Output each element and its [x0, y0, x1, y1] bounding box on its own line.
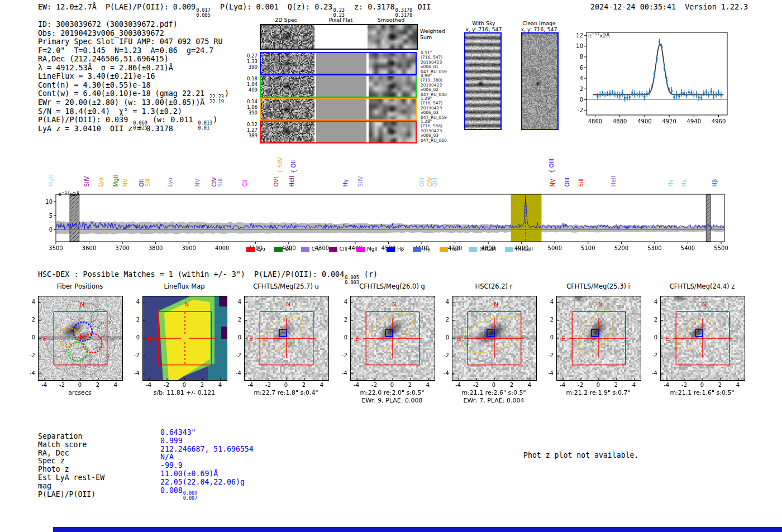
match-value-text: -99.9	[160, 461, 183, 469]
cutout-title: CFHTLS/Meg(25.3) i	[545, 282, 651, 290]
stack-bottom: 0.01	[198, 126, 213, 131]
y-tick-label: 4	[23, 299, 35, 305]
cutout-title: Lineflux Map	[131, 282, 237, 290]
match-row-label: mag	[38, 482, 51, 490]
legend-item: MgII	[356, 246, 378, 252]
stacked-value: 0.0130.01	[198, 121, 213, 131]
cutout-title: HSC(26.2) r	[441, 282, 547, 290]
y-tick-label: -4	[437, 370, 449, 376]
legend-label: Lyα	[257, 246, 265, 252]
x-tick-label: 0	[279, 382, 293, 388]
legend-label: Hγ	[423, 246, 430, 252]
x-tick-label: 4	[421, 382, 435, 388]
match-row-label: RA, Dec	[38, 449, 69, 457]
text-segment: )	[225, 89, 229, 98]
x-tick-label: 4	[109, 382, 122, 388]
match-row-value: 0.0080.0090.007	[160, 486, 198, 501]
full-spectrum-plot	[39, 189, 735, 253]
match-row-value: 0.64343"	[160, 428, 196, 437]
y-tick-label: 2	[229, 317, 241, 323]
y-tick-label: -2	[541, 352, 554, 358]
y-tick-label: -4	[335, 370, 347, 376]
cutout-xlabel2: EWr: 9, PLAE: 0.008	[336, 397, 448, 404]
text-segment: Primary Spec_Slot_IFU_AMP: 047_092_075_R…	[38, 37, 223, 46]
row-right-labels: 1.28"(716, 556)20190423v006_03047_RU_060	[421, 119, 447, 143]
x-tick-label: 4	[627, 382, 641, 388]
text-segment: OII	[413, 3, 431, 11]
y-tick-label: -4	[23, 370, 35, 376]
text-segment: ID: 3003039672 (3003039672.pdf)	[38, 20, 178, 28]
info-line: EWr = 20.00(±2.80) (w: 13.00(±0.85))Å	[38, 98, 204, 107]
legend-item: CIII	[329, 246, 347, 252]
row-right-labels: 0.51"(716, 547)20190423v006_01047_RU_059	[421, 51, 447, 74]
y-tick-label: -2	[23, 352, 35, 358]
separator-bar	[53, 527, 782, 532]
legend-label: Hβ	[397, 246, 404, 252]
x-tick-label: -2	[261, 382, 275, 388]
flux-units-exponent: −17	[592, 32, 600, 36]
legend-swatch	[505, 247, 513, 252]
text-segment: LyA z = 3.0410 OII z = 0.3178	[38, 124, 173, 133]
legend-swatch	[329, 247, 337, 252]
cutout-image	[452, 296, 537, 381]
y-tick-label: -2	[229, 352, 241, 358]
legend-label: HeII	[450, 246, 460, 252]
stacked-value: 22.2322.19	[209, 94, 224, 104]
info-line: LyA z = 3.0410 OII z = 0.3178	[38, 124, 173, 133]
spec2d-col-header-0: 2D Spec	[258, 17, 314, 23]
y-tick-label: 0	[127, 334, 140, 341]
y-tick-label: -2	[127, 352, 140, 358]
cutout-xlabel: arcsecs	[24, 389, 136, 396]
legend-label: (H)CaII	[516, 246, 533, 252]
cutout-title: CFHTLS/Meg(24.4) z	[649, 282, 755, 290]
info-line: Primary Spec_Slot_IFU_AMP: 047_092_075_R…	[38, 37, 223, 46]
flux-units-exponent: −17	[61, 190, 70, 195]
line-fit-plot	[573, 26, 729, 127]
y-tick-label: 0	[645, 334, 657, 341]
text-segment: (w: 0.011	[148, 116, 198, 124]
row-left-labels: 0.141.06390	[240, 99, 258, 116]
spec2d-exposure-strip	[260, 121, 417, 143]
cutout-image	[556, 296, 641, 381]
spec2d-exposure-strip	[260, 75, 417, 98]
flux-units-suffix: x2Å	[70, 191, 80, 197]
y-tick-label: 4	[335, 299, 347, 305]
match-row-value: 0.999	[160, 437, 183, 445]
x-tick-label: -2	[469, 382, 483, 388]
legend-swatch	[246, 247, 255, 252]
spec2d-col-header-2: Smoothed	[364, 17, 418, 23]
cutout-xlabel2: EWr: 7, PLAE: 0.004	[438, 397, 550, 404]
cutout-xlabel: m:22.0 re:2.0" s:0.5"	[336, 389, 448, 396]
x-tick-label: 4	[213, 382, 227, 388]
y-tick-label: -4	[229, 370, 241, 376]
legend-label: (K)CaII	[479, 246, 496, 252]
text-segment: EWr = 20.00(±2.80) (w: 13.00(±0.85))Å	[38, 98, 204, 107]
spectrum-legend: LyαOIICIVCIIIMgIIHβHγHeII(K)CaII(H)CaII	[56, 246, 723, 252]
match-value-text: 0.999	[160, 437, 183, 445]
text-segment: RA,Dec (212.246506,51.696415)	[38, 55, 169, 63]
legend-item: (H)CaII	[505, 246, 533, 252]
legend-item: Hβ	[387, 246, 404, 252]
legend-item: OII	[274, 246, 292, 252]
x-tick-label: 0	[385, 382, 399, 388]
match-value-text: N/A	[160, 453, 174, 461]
cutout-xlabel: m:21.2 re:1.9" s:0.7"	[542, 389, 654, 396]
legend-label: CIII	[340, 246, 347, 252]
x-tick-label: 2	[403, 382, 417, 388]
text-segment: Cont(w) = 6.40(±0.10)e-18 (gmag 22.21	[38, 89, 209, 98]
spectral-line-labels: { MgII{ SiIV{ Lyα{ MgII{ NV{ OII{ SiII{ …	[39, 146, 735, 193]
spec2d-weighted-strip	[260, 24, 418, 50]
match-value-text: 212.246687, 51.696554	[160, 445, 254, 453]
with-sky-coords: x, y: 716, 547	[461, 26, 506, 32]
row-left-label: 390	[240, 64, 258, 70]
text-segment: )	[213, 116, 217, 124]
text-segment: P(LAE)/P(OII): 0.039	[38, 116, 132, 124]
row-left-label: 1.27	[240, 127, 258, 133]
x-tick-label: -4	[451, 382, 465, 388]
cutout-xlabel: s/b: 11.81 +/- 0.121	[128, 389, 240, 396]
y-tick-label: 2	[335, 317, 347, 323]
match-row-label: Separation	[38, 432, 82, 440]
legend-item: Lyα	[246, 246, 265, 252]
summary-header: EW: 12.0±2.7Å P(LAE)/P(OII): 0.0090.0170…	[38, 3, 431, 18]
row-left-label: 0.27	[240, 53, 258, 59]
